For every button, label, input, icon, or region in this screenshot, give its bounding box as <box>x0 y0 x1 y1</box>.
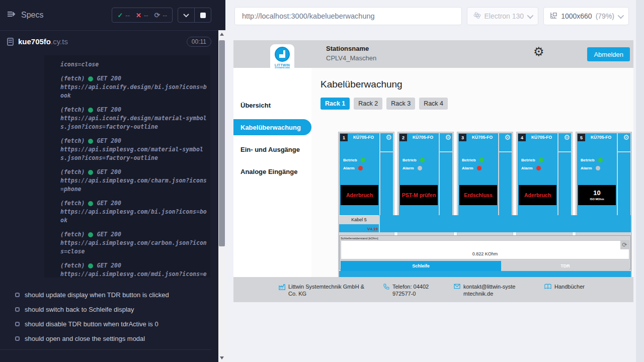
command-log: (fetch) GET 200 icons=close (fetch) GET … <box>44 55 210 278</box>
display-message: PST-M prüfen <box>402 193 436 198</box>
test-item[interactable]: should update display when TDR button is… <box>0 288 210 302</box>
logout-button[interactable]: Abmelden <box>587 47 630 61</box>
littwin-logo-icon <box>275 47 290 62</box>
page-title: Kabelüberwachung <box>320 79 403 90</box>
tdr-button[interactable]: TDR <box>576 261 629 271</box>
arrow-up-icon <box>220 33 224 36</box>
status-label: GET 200 <box>97 261 121 270</box>
betrieb-label: Betrieb <box>343 158 357 162</box>
betrieb-led <box>539 158 543 162</box>
alarm-led <box>358 166 363 170</box>
rack-tab[interactable]: Rack 4 <box>419 98 448 110</box>
viewport-zoom: (79%) <box>596 12 614 20</box>
status-label: GET 200 <box>97 74 121 83</box>
display-unit: ISO MOhm <box>590 198 604 201</box>
refresh-icon[interactable]: ⟳ <box>620 241 629 249</box>
settings-gear-icon[interactable]: ⚙ <box>533 46 544 58</box>
log-entry[interactable]: (fetch) GET 200 https://api.simplesvg.co… <box>60 199 207 225</box>
sidebar-item[interactable]: Analoge Eingänge <box>233 163 311 179</box>
stop-button[interactable] <box>195 8 211 22</box>
spec-name: kue705fo <box>18 37 51 46</box>
viewport-size: 1000x660 <box>561 12 592 20</box>
device-card: 5 KÜ705-FO Betrieb Alarm 10 ISO MOhm <box>576 132 632 279</box>
device-display: PST-M prüfen <box>400 185 438 205</box>
test-item[interactable]: should disable TDR button when tdrActive… <box>0 317 210 331</box>
rack-tab[interactable]: Rack 1 <box>320 98 350 110</box>
scroll-down-button[interactable] <box>218 354 225 362</box>
log-url: https://api.simplesvg.com/material-symbo… <box>60 145 207 162</box>
device-settings-gear-icon[interactable]: ⚙ <box>445 134 451 141</box>
stat-pending: ⟳-- <box>154 11 167 19</box>
station-label: Stationsname <box>326 45 376 52</box>
spec-extension: .cy.ts <box>51 37 68 46</box>
status-ok-dot-icon <box>88 76 93 81</box>
app-main: Kabelüberwachung Rack 1 Rack 2 Rack 3 <box>311 68 633 302</box>
spec-file-row[interactable]: kue705fo.cy.ts 00:11 <box>0 31 218 53</box>
specs-menu-icon[interactable] <box>7 11 16 20</box>
spec-timer: 00:11 <box>187 37 211 47</box>
electron-icon <box>473 12 481 21</box>
rack-tab[interactable]: Rack 3 <box>386 98 415 110</box>
url-bar[interactable] <box>234 7 462 25</box>
betrieb-led <box>420 158 425 162</box>
device-settings-gear-icon[interactable]: ⚙ <box>385 134 392 141</box>
test-stats: ✓-- ✕-- ⟳-- <box>112 8 173 23</box>
device-model: KÜ705-FO <box>408 135 438 140</box>
alarm-label: Alarm <box>581 166 592 170</box>
footer-email[interactable]: kontakt@littwin-systemtechnik.de <box>454 283 517 297</box>
stat-passed: ✓-- <box>117 12 130 19</box>
collapse-button[interactable] <box>178 8 194 22</box>
footer-manuals-link[interactable]: Handbücher <box>544 283 585 291</box>
slot-number-badge: 1 <box>340 134 348 141</box>
viewport-selector[interactable]: 1000x660 (79%) <box>543 7 629 25</box>
resistance-value: 0.822 KOhm <box>576 251 629 256</box>
fetch-label: (fetch) <box>60 106 85 114</box>
device-settings-gear-icon[interactable]: ⚙ <box>504 134 511 141</box>
display-message: Aderbruch <box>524 193 551 198</box>
test-item[interactable]: should switch back to Schleife display <box>0 302 210 317</box>
sidebar-item[interactable]: Kabelüberwachung <box>233 119 311 135</box>
url-input[interactable] <box>235 12 461 20</box>
refresh-circle-icon: ⟳ <box>154 11 160 19</box>
device-model: KÜ705-FO <box>467 135 497 140</box>
status-ok-dot-icon <box>88 108 93 113</box>
log-url: https://api.simplesvg.com/carbon.json?ic… <box>60 239 207 256</box>
scrollbar-track[interactable] <box>218 30 225 362</box>
alarm-led <box>536 166 541 170</box>
station-name: CPLV4_Maschen <box>326 54 376 62</box>
log-entry[interactable]: (fetch) GET 200 https://api.iconify.desi… <box>60 106 207 131</box>
chevron-down-icon <box>618 12 624 19</box>
log-entry[interactable]: (fetch) GET 200 https://api.simplesvg.co… <box>60 168 207 194</box>
scroll-up-button[interactable] <box>218 30 225 38</box>
log-entry[interactable]: (fetch) GET 200 https://api.simplesvg.co… <box>60 230 207 256</box>
betrieb-led <box>598 158 603 162</box>
phone-icon <box>383 284 389 297</box>
log-entry[interactable]: (fetch) GET 200 icons=close <box>60 60 207 69</box>
specs-label[interactable]: Specs <box>21 11 43 20</box>
device-settings-gear-icon[interactable]: ⚙ <box>564 134 570 141</box>
test-item[interactable]: should open and close the settings modal <box>0 331 210 346</box>
browser-selector[interactable]: Electron 130 <box>467 7 539 25</box>
littwin-logo: LITTWIN SYSTEMTECHNIK <box>270 44 294 73</box>
device-settings-gear-icon[interactable]: ⚙ <box>623 134 629 141</box>
sidebar-item[interactable]: Ein- und Ausgänge <box>233 141 311 157</box>
chevron-down-icon <box>527 12 534 19</box>
browser-name: Electron 130 <box>485 12 524 20</box>
status-ok-dot-icon <box>88 263 93 268</box>
scrollbar-thumb[interactable] <box>219 40 225 246</box>
sidebar-item[interactable]: Übersicht <box>233 97 311 113</box>
footer-phone: Telefon: 04402 972577-0 <box>383 283 444 297</box>
rack-tab[interactable]: Rack 2 <box>354 98 382 110</box>
test-pending-icon <box>15 336 20 341</box>
log-entry[interactable]: (fetch) GET 200 https://api.iconify.desi… <box>60 74 207 100</box>
check-icon: ✓ <box>117 12 123 19</box>
log-entry[interactable]: (fetch) GET 200 https://api.simplesvg.co… <box>60 137 207 162</box>
status-label: GET 200 <box>97 106 121 114</box>
fetch-label: (fetch) <box>60 230 85 239</box>
device-cards: 1 KÜ705-FO Betrieb Alarm Aderbruch <box>338 132 632 279</box>
test-title: should switch back to Schleife display <box>25 306 134 313</box>
test-pending-icon <box>15 293 20 297</box>
spec-file-icon <box>7 38 14 46</box>
alarm-led <box>596 166 600 170</box>
log-entry[interactable]: (fetch) GET 200 https://api.simplesvg.co… <box>60 261 207 278</box>
